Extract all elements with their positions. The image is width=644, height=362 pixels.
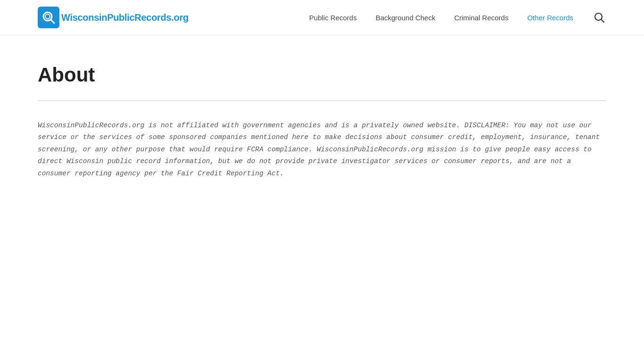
site-header: WisconsinPublicRecords.org Public Record…	[0, 0, 644, 35]
nav-other-records[interactable]: Other Records	[527, 14, 573, 22]
main-nav: Public Records Background Check Criminal…	[309, 10, 606, 25]
site-logo[interactable]: WisconsinPublicRecords.org	[38, 7, 189, 28]
svg-point-2	[45, 14, 50, 19]
nav-criminal-records[interactable]: Criminal Records	[454, 14, 508, 22]
nav-public-records[interactable]: Public Records	[309, 14, 357, 22]
svg-line-4	[601, 19, 604, 22]
nav-background-check[interactable]: Background Check	[376, 14, 436, 22]
svg-line-1	[51, 20, 55, 24]
disclaimer-paragraph: WisconsinPublicRecords.org is not affili…	[38, 120, 603, 180]
main-content: About WisconsinPublicRecords.org is not …	[0, 35, 644, 217]
page-title: About	[38, 64, 606, 86]
logo-text: WisconsinPublicRecords.org	[61, 12, 189, 23]
search-icon	[594, 12, 604, 23]
logo-icon	[38, 7, 59, 28]
section-divider	[38, 100, 606, 101]
search-button[interactable]	[592, 10, 606, 25]
